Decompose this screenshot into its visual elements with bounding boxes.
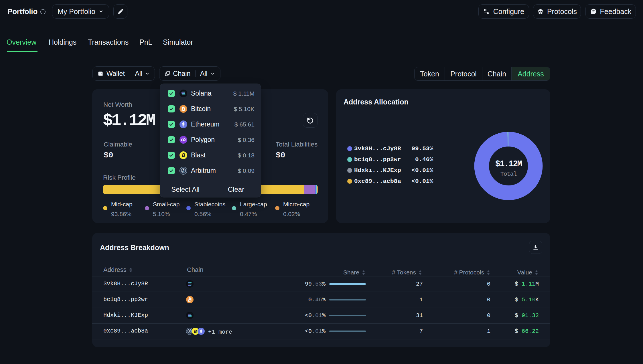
svg-text:B: B	[194, 329, 197, 334]
svg-text:B: B	[182, 153, 185, 158]
